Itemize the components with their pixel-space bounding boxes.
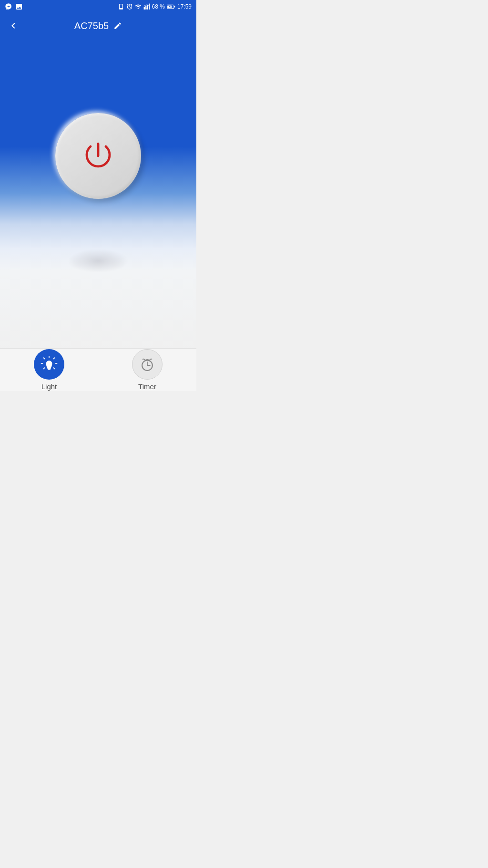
main-content bbox=[0, 38, 196, 348]
bottom-navigation: Light Timer bbox=[0, 348, 196, 391]
lightbulb-icon bbox=[41, 356, 58, 373]
device-name: AC75b5 bbox=[74, 21, 109, 31]
svg-line-10 bbox=[53, 358, 54, 359]
power-button[interactable] bbox=[55, 113, 141, 199]
alarm-icon bbox=[126, 3, 133, 10]
clock-icon bbox=[139, 356, 156, 373]
svg-rect-1 bbox=[145, 6, 146, 10]
svg-rect-18 bbox=[48, 369, 51, 370]
timer-icon-circle bbox=[132, 349, 163, 380]
power-button-shadow bbox=[67, 249, 129, 273]
status-bar-right: 68 % 17:59 bbox=[118, 3, 192, 10]
battery-icon bbox=[167, 4, 175, 10]
timer-label: Timer bbox=[138, 382, 156, 391]
svg-line-12 bbox=[53, 368, 54, 369]
svg-rect-0 bbox=[143, 7, 144, 10]
svg-line-13 bbox=[43, 358, 44, 359]
light-icon-circle bbox=[34, 349, 64, 380]
time-display: 17:59 bbox=[177, 3, 192, 10]
svg-rect-17 bbox=[47, 368, 51, 369]
photo-icon bbox=[15, 3, 23, 10]
power-icon bbox=[79, 137, 117, 175]
signal-icon bbox=[143, 3, 150, 10]
svg-rect-2 bbox=[147, 5, 148, 10]
svg-rect-5 bbox=[174, 6, 175, 8]
svg-rect-3 bbox=[149, 4, 150, 10]
svg-line-15 bbox=[43, 368, 44, 369]
messenger-icon bbox=[5, 3, 12, 10]
header: AC75b5 bbox=[0, 13, 196, 38]
light-label: Light bbox=[41, 382, 57, 391]
phone-icon bbox=[118, 3, 124, 10]
back-button[interactable] bbox=[8, 20, 19, 31]
svg-rect-16 bbox=[47, 367, 51, 368]
battery-percentage: 68 % bbox=[152, 3, 165, 10]
status-bar: 68 % 17:59 bbox=[0, 0, 196, 13]
header-title: AC75b5 bbox=[74, 21, 122, 31]
wifi-icon bbox=[135, 3, 142, 10]
nav-item-light[interactable]: Light bbox=[0, 349, 98, 391]
nav-item-timer[interactable]: Timer bbox=[98, 349, 196, 391]
edit-icon[interactable] bbox=[113, 21, 122, 30]
status-bar-left bbox=[5, 3, 23, 10]
power-button-container bbox=[55, 113, 141, 199]
